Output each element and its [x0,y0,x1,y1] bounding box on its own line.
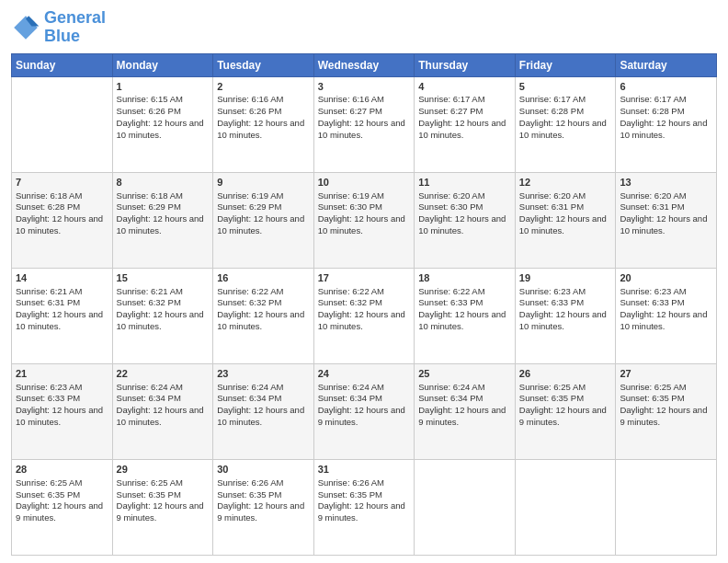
calendar-cell: 13Sunrise: 6:20 AMSunset: 6:31 PMDayligh… [616,172,717,268]
calendar-cell: 19Sunrise: 6:23 AMSunset: 6:33 PMDayligh… [515,268,616,363]
day-number: 17 [318,271,411,285]
page: General Blue SundayMondayTuesdayWednesda… [0,0,728,563]
day-number: 5 [519,80,612,94]
calendar-cell: 6Sunrise: 6:17 AMSunset: 6:28 PMDaylight… [616,76,717,172]
calendar-week-row: 7Sunrise: 6:18 AMSunset: 6:28 PMDaylight… [12,172,717,268]
calendar-day-header: Wednesday [313,53,415,76]
calendar-day-header: Tuesday [213,53,314,76]
calendar-cell: 23Sunrise: 6:24 AMSunset: 6:34 PMDayligh… [213,363,314,459]
day-number: 8 [117,176,210,190]
calendar-cell: 5Sunrise: 6:17 AMSunset: 6:28 PMDaylight… [515,76,616,172]
day-number: 13 [620,176,712,190]
calendar-cell: 15Sunrise: 6:21 AMSunset: 6:32 PMDayligh… [112,268,213,363]
day-number: 26 [519,367,612,381]
calendar-week-row: 1Sunrise: 6:15 AMSunset: 6:26 PMDaylight… [12,76,717,172]
day-number: 22 [117,367,210,381]
calendar-day-header: Thursday [415,53,516,76]
calendar-cell: 21Sunrise: 6:23 AMSunset: 6:33 PMDayligh… [12,363,113,459]
calendar-cell: 3Sunrise: 6:16 AMSunset: 6:27 PMDaylight… [313,76,415,172]
calendar-week-row: 21Sunrise: 6:23 AMSunset: 6:33 PMDayligh… [12,363,717,459]
day-number: 23 [217,367,310,381]
day-number: 7 [16,176,108,190]
calendar-cell: 7Sunrise: 6:18 AMSunset: 6:28 PMDaylight… [12,172,113,268]
day-number: 1 [117,80,210,94]
calendar-cell: 14Sunrise: 6:21 AMSunset: 6:31 PMDayligh… [12,268,113,363]
calendar-cell [515,459,616,555]
day-number: 29 [117,463,210,477]
svg-marker-0 [14,16,38,40]
day-number: 25 [418,367,511,381]
calendar-cell: 29Sunrise: 6:25 AMSunset: 6:35 PMDayligh… [112,459,213,555]
calendar-cell: 28Sunrise: 6:25 AMSunset: 6:35 PMDayligh… [12,459,113,555]
calendar-week-row: 14Sunrise: 6:21 AMSunset: 6:31 PMDayligh… [12,268,717,363]
day-number: 27 [620,367,712,381]
day-number: 16 [217,271,310,285]
day-number: 18 [418,271,511,285]
calendar-day-header: Friday [515,53,616,76]
day-number: 6 [620,80,712,94]
calendar-cell: 4Sunrise: 6:17 AMSunset: 6:27 PMDaylight… [415,76,516,172]
day-number: 15 [117,271,210,285]
calendar-cell: 11Sunrise: 6:20 AMSunset: 6:30 PMDayligh… [415,172,516,268]
calendar-cell: 20Sunrise: 6:23 AMSunset: 6:33 PMDayligh… [616,268,717,363]
day-number: 31 [318,463,411,477]
calendar-cell: 30Sunrise: 6:26 AMSunset: 6:35 PMDayligh… [213,459,314,555]
day-number: 3 [318,80,411,94]
calendar-cell: 27Sunrise: 6:25 AMSunset: 6:35 PMDayligh… [616,363,717,459]
calendar-cell: 9Sunrise: 6:19 AMSunset: 6:29 PMDaylight… [213,172,314,268]
calendar-cell: 16Sunrise: 6:22 AMSunset: 6:32 PMDayligh… [213,268,314,363]
header: General Blue [11,9,717,46]
calendar-cell: 26Sunrise: 6:25 AMSunset: 6:35 PMDayligh… [515,363,616,459]
calendar-table: SundayMondayTuesdayWednesdayThursdayFrid… [11,53,717,556]
calendar-cell: 12Sunrise: 6:20 AMSunset: 6:31 PMDayligh… [515,172,616,268]
day-number: 30 [217,463,310,477]
calendar-cell: 22Sunrise: 6:24 AMSunset: 6:34 PMDayligh… [112,363,213,459]
day-number: 21 [16,367,108,381]
calendar-cell: 1Sunrise: 6:15 AMSunset: 6:26 PMDaylight… [112,76,213,172]
day-number: 4 [418,80,511,94]
calendar-cell [616,459,717,555]
logo-text: General Blue [44,9,106,46]
calendar-cell: 2Sunrise: 6:16 AMSunset: 6:26 PMDaylight… [213,76,314,172]
calendar-cell: 31Sunrise: 6:26 AMSunset: 6:35 PMDayligh… [313,459,415,555]
logo: General Blue [11,9,106,46]
calendar-cell: 17Sunrise: 6:22 AMSunset: 6:32 PMDayligh… [313,268,415,363]
day-number: 10 [318,176,411,190]
day-number: 12 [519,176,612,190]
calendar-day-header: Monday [112,53,213,76]
calendar-day-header: Saturday [616,53,717,76]
day-number: 9 [217,176,310,190]
calendar-cell: 18Sunrise: 6:22 AMSunset: 6:33 PMDayligh… [415,268,516,363]
calendar-day-header: Sunday [12,53,113,76]
calendar-cell [415,459,516,555]
calendar-cell: 8Sunrise: 6:18 AMSunset: 6:29 PMDaylight… [112,172,213,268]
calendar-cell: 10Sunrise: 6:19 AMSunset: 6:30 PMDayligh… [313,172,415,268]
logo-icon [11,13,40,42]
day-number: 19 [519,271,612,285]
day-number: 11 [418,176,511,190]
day-number: 2 [217,80,310,94]
day-number: 14 [16,271,108,285]
calendar-week-row: 28Sunrise: 6:25 AMSunset: 6:35 PMDayligh… [12,459,717,555]
calendar-cell: 25Sunrise: 6:24 AMSunset: 6:34 PMDayligh… [415,363,516,459]
day-number: 20 [620,271,712,285]
day-number: 28 [16,463,108,477]
calendar-cell: 24Sunrise: 6:24 AMSunset: 6:34 PMDayligh… [313,363,415,459]
day-number: 24 [318,367,411,381]
calendar-cell [12,76,113,172]
calendar-header-row: SundayMondayTuesdayWednesdayThursdayFrid… [12,53,717,76]
